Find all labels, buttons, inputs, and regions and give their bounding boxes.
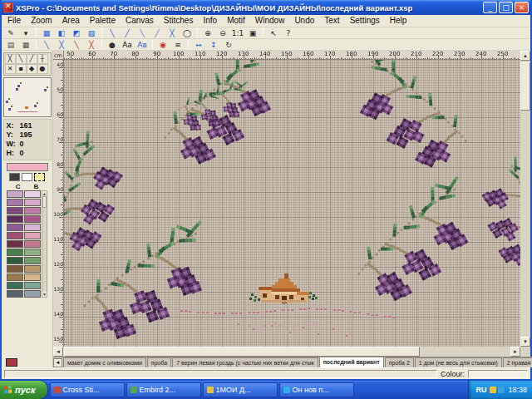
palette-swatch-c[interactable] bbox=[7, 199, 23, 206]
text-cyrillic-button[interactable]: Ав bbox=[135, 39, 150, 50]
menu-item-motif[interactable]: Motif bbox=[222, 15, 250, 27]
select-arrow-button[interactable]: ↖ bbox=[267, 27, 281, 38]
palette-swatch-c[interactable] bbox=[7, 190, 23, 198]
start-button[interactable]: пуск bbox=[0, 381, 47, 399]
menu-item-area[interactable]: Area bbox=[57, 15, 85, 27]
tool-diamond-button[interactable]: ◆ bbox=[27, 64, 37, 74]
design-tab[interactable]: последний вариант bbox=[319, 357, 384, 367]
zoom-out-button[interactable]: ⊖ bbox=[216, 27, 230, 38]
menu-item-info[interactable]: Info bbox=[198, 15, 222, 27]
text-latin-button[interactable]: Aa bbox=[121, 39, 135, 50]
current-color-swatch[interactable] bbox=[7, 163, 48, 171]
design-tab[interactable]: макет домик с оливковками bbox=[63, 357, 146, 367]
menu-item-zoom[interactable]: Zoom bbox=[26, 15, 57, 27]
quick-color-swatch[interactable] bbox=[34, 173, 45, 181]
taskbar-task[interactable]: 1МОИ Д... bbox=[203, 382, 278, 397]
taskbar-task[interactable]: Он нов п... bbox=[279, 382, 354, 397]
palette-scroll-thumb[interactable] bbox=[42, 196, 47, 208]
vertical-scroll-thumb[interactable] bbox=[520, 62, 530, 111]
tool-half-fwd-button[interactable]: ╱ bbox=[27, 54, 37, 64]
minimize-button[interactable]: _ bbox=[483, 2, 497, 13]
tool-full-cross-button[interactable]: ╳ bbox=[5, 54, 16, 64]
palette-swatch-c[interactable] bbox=[7, 249, 23, 256]
cross-stitch-button[interactable]: ╳ bbox=[165, 27, 180, 38]
french-knot-button[interactable]: ● bbox=[106, 39, 120, 50]
palette-swatch-b[interactable] bbox=[24, 240, 41, 248]
pencil-tool-button[interactable]: ✎ bbox=[4, 27, 18, 38]
menu-item-settings[interactable]: Settings bbox=[345, 15, 385, 27]
zoom-in-button[interactable]: ⊕ bbox=[201, 27, 215, 38]
palette-swatch-b[interactable] bbox=[24, 249, 41, 256]
thread-list-button[interactable]: ≡ bbox=[171, 39, 185, 50]
palette-swatch-b[interactable] bbox=[24, 215, 41, 223]
taskbar-task[interactable]: Cross Sti... bbox=[50, 382, 125, 397]
scroll-left-button[interactable]: ◄ bbox=[53, 347, 63, 357]
design-tab[interactable]: проба 2 bbox=[385, 357, 414, 367]
close-button[interactable]: × bbox=[515, 2, 529, 13]
scroll-right-button[interactable]: ► bbox=[510, 347, 520, 357]
palette-swatch-c[interactable] bbox=[7, 240, 23, 248]
tool-straight-button[interactable]: ┼ bbox=[37, 54, 48, 64]
petite-right-button[interactable]: ╱ bbox=[121, 27, 135, 38]
gobelin-right-button[interactable]: ╱ bbox=[150, 27, 165, 38]
horizontal-scrollbar[interactable]: ◄ ► bbox=[53, 347, 520, 357]
palette-swatch-c[interactable] bbox=[7, 232, 23, 239]
tool-small-square-button[interactable]: ▪ bbox=[16, 64, 27, 74]
menu-item-undo[interactable]: Undo bbox=[289, 15, 319, 27]
fabric-toggle-button[interactable]: ▦ bbox=[19, 39, 33, 50]
quick-color-swatch[interactable] bbox=[9, 173, 20, 181]
menu-item-stitches[interactable]: Stitches bbox=[159, 15, 199, 27]
design-tab[interactable]: 7 верин левая гроздь (с частью них ветки… bbox=[172, 357, 318, 367]
flip-horizontal-button[interactable]: ↔ bbox=[192, 39, 206, 50]
stitch-red-half-button[interactable]: ╲ bbox=[70, 39, 84, 50]
tray-icon-volume[interactable] bbox=[490, 387, 496, 393]
menu-item-palette[interactable]: Palette bbox=[85, 15, 121, 27]
design-tab[interactable]: 2 правая них гр... bbox=[503, 357, 532, 367]
palette-swatch-b[interactable] bbox=[24, 224, 41, 231]
palette-swatch-c[interactable] bbox=[7, 224, 23, 231]
stitch-red-full-button[interactable]: ╳ bbox=[85, 39, 99, 50]
color-wheel-button[interactable]: ◉ bbox=[156, 39, 170, 50]
palette-swatch-b[interactable] bbox=[24, 282, 41, 289]
menu-item-canvas[interactable]: Canvas bbox=[121, 15, 159, 27]
quick-color-swatch[interactable] bbox=[22, 173, 32, 181]
menu-item-file[interactable]: File bbox=[2, 15, 26, 27]
menu-item-window[interactable]: Window bbox=[250, 15, 290, 27]
zoom-actual-button[interactable]: 1:1 bbox=[231, 27, 245, 38]
palette-swatch-b[interactable] bbox=[24, 190, 41, 198]
palette-scroll-down-icon[interactable]: ▼ bbox=[42, 292, 47, 297]
palette-swatch-c[interactable] bbox=[7, 215, 23, 223]
taskbar-task[interactable]: Embird 2... bbox=[126, 382, 201, 397]
palette-swatch-c[interactable] bbox=[7, 290, 23, 298]
palette-swatch-c[interactable] bbox=[7, 282, 23, 289]
palette-swatch-c[interactable] bbox=[7, 257, 23, 264]
grid-toggle-button[interactable]: ▤ bbox=[4, 39, 18, 50]
palette-swatch-b[interactable] bbox=[24, 290, 41, 298]
back-stitch-button[interactable]: ▨ bbox=[85, 27, 99, 38]
scroll-down-button[interactable]: ▼ bbox=[520, 337, 530, 347]
vertical-scrollbar[interactable]: ▲ ▼ bbox=[520, 51, 530, 347]
bead-button[interactable]: ◯ bbox=[180, 27, 195, 38]
stitch-blue-half-button[interactable]: ╲ bbox=[40, 39, 54, 50]
palette-swatch-b[interactable] bbox=[24, 207, 41, 214]
help-button[interactable]: ? bbox=[282, 27, 296, 38]
petite-left-button[interactable]: ╲ bbox=[106, 27, 120, 38]
palette-swatch-c[interactable] bbox=[7, 265, 23, 273]
palette-scrollbar[interactable]: ▲ ▼ bbox=[42, 190, 47, 298]
stitch-blue-full-button[interactable]: ╳ bbox=[55, 39, 69, 50]
palette-swatch-c[interactable] bbox=[7, 207, 23, 214]
language-indicator[interactable]: RU bbox=[475, 386, 486, 394]
tool-half-back-button[interactable]: ╲ bbox=[16, 54, 27, 64]
palette-swatch-b[interactable] bbox=[24, 232, 41, 239]
rotate-button[interactable]: ↻ bbox=[222, 39, 236, 50]
design-tab[interactable]: 1 дом (не весь для стыковки) bbox=[415, 357, 502, 367]
maximize-button[interactable]: □ bbox=[499, 2, 513, 13]
tool-knot-button[interactable]: ● bbox=[37, 64, 48, 74]
full-stitch-button[interactable]: ▦ bbox=[40, 27, 54, 38]
half-stitch-button[interactable]: ◧ bbox=[55, 27, 69, 38]
gobelin-left-button[interactable]: ╲ bbox=[135, 27, 150, 38]
tab-scroll-left-button[interactable]: ◄ bbox=[53, 358, 62, 367]
palette-swatch-c[interactable] bbox=[7, 273, 23, 281]
flip-vertical-button[interactable]: ↕ bbox=[207, 39, 221, 50]
design-tab[interactable]: проба bbox=[147, 357, 171, 367]
